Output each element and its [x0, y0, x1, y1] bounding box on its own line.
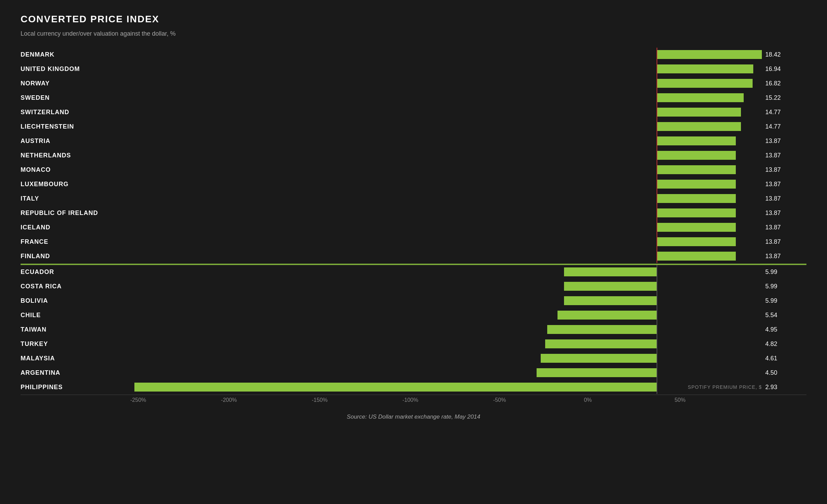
- bar-area: [130, 105, 762, 119]
- bar: [657, 151, 736, 160]
- value-label: 13.87: [762, 209, 806, 217]
- axis-label-0: 0%: [584, 397, 675, 403]
- value-label: 16.94: [762, 65, 806, 73]
- x-axis: [21, 395, 806, 395]
- chart-body: DENMARK18.42UNITED KINGDOM16.94NORWAY16.…: [21, 48, 806, 420]
- bar-area: [130, 206, 762, 220]
- axis-label-50p: 50%: [674, 397, 765, 403]
- bar-row-taiwan: TAIWAN4.95: [21, 323, 806, 336]
- country-label: MALAYSIA: [21, 355, 130, 362]
- bar: [657, 93, 744, 102]
- bar-row-iceland: ICELAND13.87: [21, 220, 806, 234]
- bar-row-france: FRANCE13.87: [21, 235, 806, 249]
- country-label: SWITZERLAND: [21, 109, 130, 116]
- axis-label-200: -200%: [221, 397, 312, 403]
- bar: [657, 223, 736, 232]
- country-label: NORWAY: [21, 80, 130, 87]
- bar: [657, 208, 736, 217]
- bar-area: [130, 163, 762, 177]
- chart-container: CONVERTED PRICE INDEX Local currency und…: [21, 14, 806, 420]
- spotify-label: SPOTIFY PREMIUM PRICE, $: [673, 384, 762, 390]
- bar: [657, 237, 736, 246]
- country-label: MONACO: [21, 166, 130, 173]
- bar-row-republic-of-ireland: REPUBLIC OF IRELAND13.87: [21, 206, 806, 220]
- bar-area: [130, 249, 762, 263]
- bar-area: [130, 323, 762, 336]
- negative-section: ECUADOR5.99COSTA RICA5.99BOLIVIA5.99CHIL…: [21, 265, 806, 394]
- bar: [657, 180, 736, 189]
- country-label: NETHERLANDS: [21, 152, 130, 159]
- value-label: 13.87: [762, 152, 806, 159]
- value-label: 15.22: [762, 94, 806, 101]
- bar: [564, 296, 657, 305]
- axis-label-50: -50%: [493, 397, 584, 403]
- axis-labels: -250% -200% -150% -100% -50% 0% 50%: [21, 397, 806, 403]
- bar-row-costa-rica: COSTA RICA5.99: [21, 279, 806, 293]
- country-label: DENMARK: [21, 51, 130, 58]
- bar: [657, 136, 736, 145]
- country-label: AUSTRIA: [21, 137, 130, 145]
- country-label: COSTA RICA: [21, 283, 130, 290]
- bar-area: [130, 366, 762, 380]
- country-label: UNITED KINGDOM: [21, 65, 130, 73]
- value-label: 5.99: [762, 268, 806, 276]
- bar: [657, 64, 753, 73]
- positive-section: DENMARK18.42UNITED KINGDOM16.94NORWAY16.…: [21, 48, 806, 263]
- bar-row-luxembourg: LUXEMBOURG13.87: [21, 177, 806, 191]
- value-label: 13.87: [762, 166, 806, 173]
- bar: [545, 339, 657, 348]
- country-label: ARGENTINA: [21, 369, 130, 376]
- value-label: 5.99: [762, 297, 806, 304]
- value-label: 4.61: [762, 355, 806, 362]
- bar-area: [130, 91, 762, 105]
- bar-row-monaco: MONACO13.87: [21, 163, 806, 177]
- bar-area: [130, 294, 762, 308]
- country-label: ITALY: [21, 195, 130, 202]
- country-label: REPUBLIC OF IRELAND: [21, 209, 130, 217]
- bar-area: [130, 134, 762, 148]
- value-label: 14.77: [762, 123, 806, 130]
- bar-row-turkey: TURKEY4.82: [21, 337, 806, 351]
- country-label: PHILIPPINES: [21, 384, 130, 391]
- value-label: 13.87: [762, 238, 806, 245]
- value-label: 4.95: [762, 326, 806, 333]
- bar-row-switzerland: SWITZERLAND14.77: [21, 105, 806, 119]
- bar-area: [130, 177, 762, 191]
- bar: [537, 368, 657, 377]
- bar-area: [130, 148, 762, 162]
- bar-area: [130, 62, 762, 76]
- bar: [657, 165, 736, 174]
- bar-row-bolivia: BOLIVIA5.99: [21, 294, 806, 308]
- value-label: 5.99: [762, 283, 806, 290]
- bar: [564, 267, 657, 276]
- chart-subtitle: Local currency under/over valuation agai…: [21, 30, 806, 37]
- bar-row-united-kingdom: UNITED KINGDOM16.94: [21, 62, 806, 76]
- bar-row-malaysia: MALAYSIA4.61: [21, 351, 806, 365]
- country-label: LUXEMBOURG: [21, 181, 130, 188]
- bar: [558, 311, 657, 320]
- bar-row-philippines: PHILIPPINESSPOTIFY PREMIUM PRICE, $2.93: [21, 380, 806, 394]
- bar: [564, 282, 657, 291]
- bar-area: [130, 220, 762, 234]
- bar: [657, 50, 762, 59]
- value-label: 13.87: [762, 137, 806, 145]
- country-label: FINLAND: [21, 253, 130, 260]
- bar-area: [130, 48, 762, 61]
- value-label: 18.42: [762, 51, 806, 58]
- bar-row-sweden: SWEDEN15.22: [21, 91, 806, 105]
- bar-area: [130, 337, 762, 351]
- bar-row-finland: FINLAND13.87: [21, 249, 806, 263]
- bar-area: SPOTIFY PREMIUM PRICE, $: [130, 380, 762, 394]
- country-label: TURKEY: [21, 340, 130, 348]
- value-label: 5.54: [762, 312, 806, 319]
- bar-area: [130, 308, 762, 322]
- value-label: 16.82: [762, 80, 806, 87]
- bar-row-italy: ITALY13.87: [21, 192, 806, 205]
- value-label: 4.82: [762, 340, 806, 348]
- bar-area: [130, 279, 762, 293]
- bar: [657, 194, 736, 203]
- value-label: 4.50: [762, 369, 806, 376]
- bar: [134, 383, 657, 392]
- axis-label-150: -150%: [312, 397, 403, 403]
- value-label: 2.93: [762, 384, 806, 391]
